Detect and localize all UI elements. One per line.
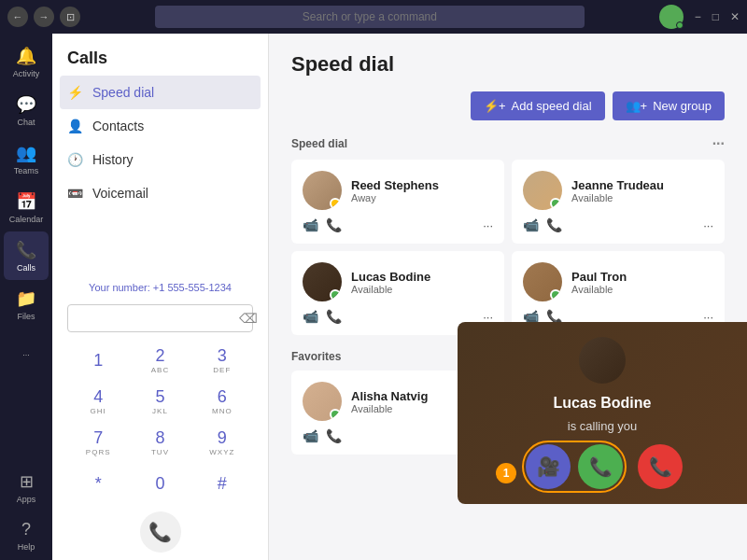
contact-name: Reed Stephens bbox=[351, 178, 439, 192]
call-button[interactable]: 📞 bbox=[326, 428, 342, 443]
history-icon: 🕐 bbox=[67, 152, 83, 167]
video-button[interactable]: 📹 bbox=[303, 309, 318, 324]
voicemail-label: Voicemail bbox=[92, 186, 148, 201]
activity-label: Activity bbox=[13, 69, 40, 78]
dial-sub: MNO bbox=[212, 407, 233, 415]
sidebar-item-activity[interactable]: 🔔 Activity bbox=[4, 37, 49, 86]
dial-key-#[interactable]: # bbox=[191, 463, 253, 504]
sidebar-item-chat[interactable]: 💬 Chat bbox=[4, 86, 49, 134]
speed-dial-section-label: Speed dial ··· bbox=[291, 135, 725, 152]
menu-item-speed-dial[interactable]: ⚡ Speed dial bbox=[60, 76, 261, 109]
sidebar-item-calls[interactable]: 📞 Calls bbox=[4, 231, 49, 280]
dial-key-4[interactable]: 4GHI bbox=[67, 381, 129, 422]
dial-key-0[interactable]: 0 bbox=[129, 463, 190, 504]
history-label: History bbox=[92, 152, 134, 167]
speed-dial-label: Speed dial bbox=[92, 85, 154, 100]
voicemail-icon: 📼 bbox=[67, 186, 83, 201]
apps-label: Apps bbox=[17, 495, 36, 504]
calls-icon: 📞 bbox=[16, 240, 36, 260]
titlebar-nav: ← → ⊡ bbox=[7, 7, 80, 27]
dialpad: 12ABC3DEF4GHI5JKL6MNO7PQRS8TUV9WXYZ*0# bbox=[52, 336, 268, 508]
minimize-button[interactable]: − bbox=[695, 10, 701, 23]
contact-name: Paul Tron bbox=[571, 270, 627, 284]
calls-heading: Calls bbox=[52, 34, 268, 76]
dial-sub: TUV bbox=[151, 448, 169, 456]
call-button[interactable]: 📞 bbox=[326, 217, 342, 232]
contact-status: Away bbox=[351, 192, 439, 203]
contact-text: Paul Tron Available bbox=[571, 270, 627, 295]
sidebar-item-files[interactable]: 📁 Files bbox=[4, 280, 49, 329]
contact-info: Lucas Bodine Available bbox=[303, 262, 493, 301]
contact-text: Reed Stephens Away bbox=[351, 178, 439, 203]
new-group-label: New group bbox=[653, 99, 712, 113]
menu-item-contacts[interactable]: 👤 Contacts bbox=[52, 109, 268, 143]
page-title: Speed dial bbox=[291, 52, 725, 77]
dialpad-input-row: ⌫ bbox=[67, 304, 253, 332]
contacts-icon: 👤 bbox=[67, 119, 83, 133]
dial-key-8[interactable]: 8TUV bbox=[129, 422, 190, 463]
contact-avatar bbox=[303, 382, 342, 421]
menu-item-history[interactable]: 🕐 History bbox=[52, 143, 268, 176]
sidebar-item-more[interactable]: ... bbox=[4, 329, 49, 377]
contact-status: Available bbox=[351, 284, 430, 295]
back-button[interactable]: ← bbox=[7, 7, 28, 27]
incoming-call-name: Lucas Bodine bbox=[554, 395, 652, 412]
contact-more-button[interactable]: ··· bbox=[483, 218, 493, 232]
video-button[interactable]: 📹 bbox=[303, 217, 318, 232]
video-button[interactable]: 📹 bbox=[523, 217, 539, 232]
avatar-status-dot bbox=[550, 198, 561, 209]
help-label: Help bbox=[18, 542, 35, 552]
call-button[interactable]: 📞 bbox=[326, 309, 342, 324]
dial-call-button[interactable]: 📞 bbox=[140, 511, 181, 553]
call-button[interactable]: 📞 bbox=[546, 217, 562, 232]
contact-name: Jeanne Trudeau bbox=[571, 178, 664, 192]
sidebar-item-apps[interactable]: ⊞ Apps bbox=[4, 463, 49, 511]
dial-key-3[interactable]: 3DEF bbox=[191, 340, 253, 381]
speed-dial-more-button[interactable]: ··· bbox=[712, 135, 725, 152]
calendar-label: Calendar bbox=[9, 215, 44, 224]
accept-call-button[interactable]: 📞 bbox=[578, 444, 623, 489]
dial-sub: GHI bbox=[91, 407, 106, 415]
chat-label: Chat bbox=[17, 118, 35, 127]
add-speed-dial-button[interactable]: ⚡+ Add speed dial bbox=[471, 91, 605, 120]
speed-dial-section-title: Speed dial bbox=[291, 137, 347, 150]
dial-main: # bbox=[218, 474, 227, 494]
video-button[interactable]: 📹 bbox=[303, 428, 318, 443]
sidebar-item-help[interactable]: ? Help bbox=[4, 511, 49, 560]
dial-key-2[interactable]: 2ABC bbox=[129, 340, 190, 381]
dial-key-5[interactable]: 5JKL bbox=[129, 381, 190, 422]
contact-more-button[interactable]: ··· bbox=[703, 218, 713, 232]
sidebar-item-teams[interactable]: 👥 Teams bbox=[4, 134, 49, 183]
close-button[interactable]: ✕ bbox=[730, 10, 740, 23]
dial-main: 3 bbox=[218, 346, 227, 366]
dialpad-input[interactable] bbox=[76, 311, 239, 326]
maximize-button[interactable]: □ bbox=[712, 10, 719, 23]
teams-label: Teams bbox=[14, 166, 39, 175]
new-group-icon: 👥+ bbox=[626, 99, 648, 113]
contact-text: Lucas Bodine Available bbox=[351, 270, 430, 295]
contact-status: Available bbox=[571, 284, 627, 295]
dial-sub: DEF bbox=[213, 366, 231, 374]
highlighted-call-buttons: 🎥 📞 bbox=[522, 441, 627, 493]
search-input[interactable] bbox=[155, 6, 585, 28]
menu-item-voicemail[interactable]: 📼 Voicemail bbox=[52, 176, 268, 210]
phone-number: Your number: +1 555-555-1234 bbox=[52, 274, 268, 301]
dial-key-9[interactable]: 9WXYZ bbox=[191, 422, 253, 463]
incoming-call-badge: 1 bbox=[496, 463, 516, 483]
dial-key-1[interactable]: 1 bbox=[67, 340, 129, 381]
dial-key-*[interactable]: * bbox=[67, 463, 129, 504]
sidebar-item-calendar[interactable]: 📅 Calendar bbox=[4, 183, 49, 231]
decline-call-button[interactable]: 📞 bbox=[638, 444, 683, 489]
window-button[interactable]: ⊡ bbox=[60, 7, 80, 27]
dial-key-6[interactable]: 6MNO bbox=[191, 381, 253, 422]
new-group-button[interactable]: 👥+ New group bbox=[613, 91, 725, 120]
contact-info: Reed Stephens Away bbox=[303, 171, 493, 210]
video-call-button[interactable]: 🎥 bbox=[526, 444, 571, 489]
contact-avatar bbox=[303, 262, 342, 301]
add-speed-dial-label: Add speed dial bbox=[512, 99, 592, 113]
forward-button[interactable]: → bbox=[34, 7, 54, 27]
dial-key-7[interactable]: 7PQRS bbox=[67, 422, 129, 463]
action-bar: ⚡+ Add speed dial 👥+ New group bbox=[291, 91, 725, 120]
backspace-button[interactable]: ⌫ bbox=[239, 311, 258, 326]
contact-info: Jeanne Trudeau Available bbox=[523, 171, 713, 210]
